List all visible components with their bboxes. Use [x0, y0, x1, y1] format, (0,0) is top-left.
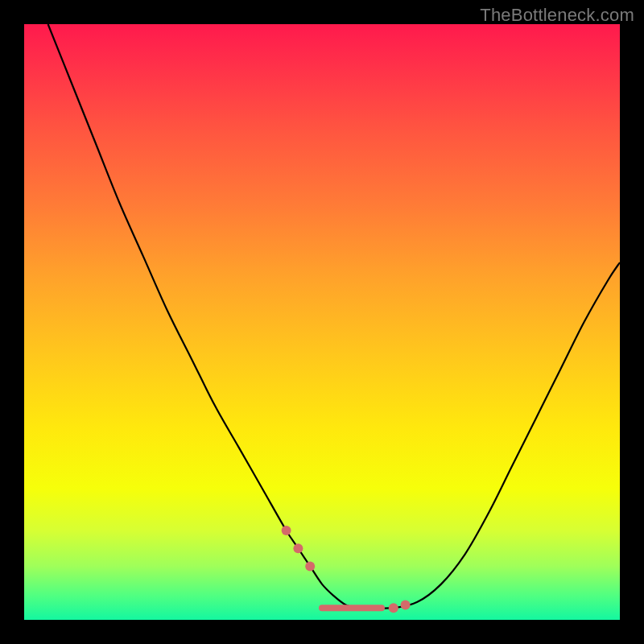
- curve-markers: [282, 526, 411, 613]
- curve-marker: [389, 603, 398, 613]
- curve-marker: [282, 526, 291, 535]
- plot-area: [24, 24, 620, 620]
- bottleneck-curve: [48, 24, 620, 609]
- chart-frame: TheBottleneck.com: [0, 0, 644, 644]
- curve-marker: [305, 561, 315, 571]
- curve-svg: [24, 24, 620, 620]
- curve-marker: [293, 543, 303, 553]
- curve-marker: [401, 601, 411, 610]
- watermark-label: TheBottleneck.com: [480, 5, 634, 26]
